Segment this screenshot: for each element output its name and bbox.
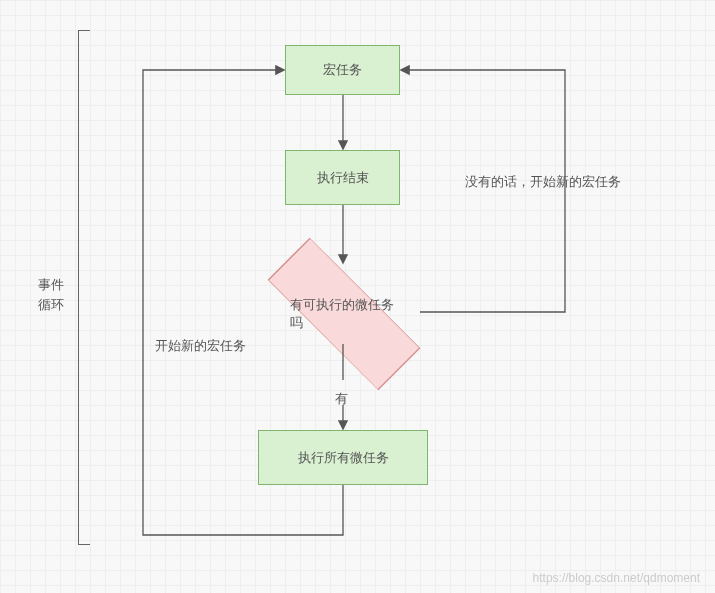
edge-label-has: 有 [335,390,348,408]
node-decision-label: 有可执行的微任务吗 [290,296,398,332]
edge-label-start-new-left: 开始新的宏任务 [155,337,246,355]
node-exec-end: 执行结束 [285,150,400,205]
node-decision: 有可执行的微任务吗 [290,260,398,368]
side-label-line2: 循环 [38,297,64,312]
side-label: 事件 循环 [38,275,64,314]
node-exec-micro-label: 执行所有微任务 [298,449,389,467]
side-label-line1: 事件 [38,277,64,292]
edge-label-no-right: 没有的话，开始新的宏任务 [465,173,621,191]
node-macro-task-label: 宏任务 [323,61,362,79]
node-exec-end-label: 执行结束 [317,169,369,187]
node-macro-task: 宏任务 [285,45,400,95]
node-exec-micro: 执行所有微任务 [258,430,428,485]
watermark: https://blog.csdn.net/qdmoment [533,571,700,585]
bracket [78,30,90,545]
